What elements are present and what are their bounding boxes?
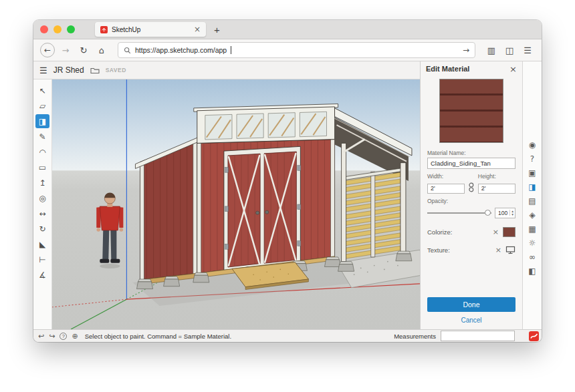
panel-toggle-shadows[interactable]: ☼ — [526, 237, 539, 248]
material-name-label: Material Name: — [427, 150, 515, 156]
browser-tab-bar: SketchUp × + — [33, 20, 542, 39]
forward-button[interactable]: → — [58, 43, 73, 57]
measurements-label: Measurements — [394, 333, 436, 340]
height-input[interactable] — [478, 184, 515, 194]
tool-scale[interactable]: ◣ — [35, 237, 49, 251]
opacity-slider-track — [427, 212, 491, 214]
window-controls — [40, 25, 75, 33]
panel-toggle-styles[interactable]: ▤ — [526, 195, 539, 206]
back-button[interactable]: ← — [40, 43, 55, 57]
tool-eraser[interactable]: ▱ — [35, 99, 49, 113]
material-texture-stripes — [440, 79, 503, 142]
tab-title: SketchUp — [112, 26, 140, 33]
menu-icon[interactable]: ☰ — [520, 43, 535, 57]
height-label: Height: — [478, 173, 515, 180]
url-text: https://app.sketchup.com/app — [135, 46, 227, 54]
tab-sketchup[interactable]: SketchUp × — [95, 22, 206, 37]
app-menu-icon[interactable]: ☰ — [39, 65, 47, 75]
sketchup-main: ☰ JR Shed SAVED ↖ ▱ ◨ ✎ ◠ ▭ ↥ ◎ — [33, 61, 420, 329]
opacity-stepper[interactable]: 100 ▴ ▾ — [495, 208, 515, 218]
tool-line[interactable]: ✎ — [35, 130, 49, 144]
reload-button[interactable]: ↻ — [76, 43, 91, 57]
lock-aspect-ratio-icon[interactable] — [468, 182, 475, 193]
help-icon[interactable]: ? — [60, 333, 67, 340]
go-arrow-icon[interactable]: → — [463, 45, 469, 55]
panel-toggle-entity-info[interactable]: ◉ — [526, 139, 539, 150]
tool-move[interactable]: ↔ — [35, 206, 49, 220]
panels-strip: ◉ ? ▣ ◨ ▤ ◈ ▦ ☼ ∞ ◧ — [522, 61, 542, 329]
width-input[interactable] — [427, 184, 465, 194]
panel-toggle-materials[interactable]: ◨ — [526, 181, 539, 192]
panel-toggle-instructor[interactable]: ? — [526, 153, 539, 164]
opacity-slider-knob[interactable] — [485, 210, 491, 216]
search-icon — [124, 47, 131, 54]
material-name-input[interactable] — [427, 158, 515, 169]
app-content: ☰ JR Shed SAVED ↖ ▱ ◨ ✎ ◠ ▭ ↥ ◎ — [33, 61, 542, 329]
folder-icon[interactable] — [90, 66, 100, 74]
library-icon[interactable]: ▥ — [484, 43, 499, 57]
geolocation-icon[interactable]: ⊕ — [72, 333, 78, 340]
zoom-window-button[interactable] — [67, 25, 75, 33]
panel-toggle-soften-edges[interactable]: ∞ — [526, 251, 539, 262]
colorize-swatch[interactable] — [503, 227, 515, 237]
opacity-slider[interactable] — [427, 210, 491, 216]
sketchup-favicon — [100, 26, 108, 33]
tool-palette: ↖ ▱ ◨ ✎ ◠ ▭ ↥ ◎ ↔ ↻ ◣ ⊢ ∡ — [33, 79, 52, 329]
model-title: JR Shed — [53, 65, 84, 75]
texture-display-icon[interactable] — [505, 246, 515, 254]
text-caret — [231, 46, 231, 54]
clear-texture-icon[interactable]: × — [495, 246, 501, 254]
texture-label: Texture: — [427, 246, 450, 254]
tool-paint-bucket[interactable]: ◨ — [35, 114, 49, 128]
model-viewport[interactable] — [52, 79, 420, 329]
browser-nav-bar: ← → ↻ ⌂ https://app.sketchup.com/app → ▥… — [33, 39, 542, 61]
tool-offset[interactable]: ◎ — [35, 191, 49, 205]
redo-icon[interactable]: ↪ — [49, 333, 55, 340]
done-button[interactable]: Done — [427, 297, 515, 312]
clear-colorize-icon[interactable]: × — [493, 228, 499, 236]
width-label: Width: — [427, 173, 465, 180]
material-preview[interactable] — [439, 79, 503, 143]
sketchup-logo — [529, 331, 539, 341]
tool-select[interactable]: ↖ — [35, 83, 49, 97]
app-top-bar: ☰ JR Shed SAVED — [33, 61, 420, 79]
cancel-button[interactable]: Cancel — [427, 317, 515, 324]
minimize-window-button[interactable] — [53, 25, 62, 33]
tool-arc[interactable]: ◠ — [35, 145, 49, 159]
panel-toggle-components[interactable]: ▣ — [526, 167, 539, 178]
undo-icon[interactable]: ↩ — [38, 333, 44, 340]
panel-title: Edit Material — [426, 65, 469, 73]
home-button[interactable]: ⌂ — [94, 43, 109, 57]
new-tab-button[interactable]: + — [214, 24, 220, 35]
tool-push-pull[interactable]: ↥ — [35, 176, 49, 190]
measurements-input[interactable] — [441, 331, 515, 341]
panel-toggle-display[interactable]: ◧ — [526, 265, 539, 276]
browser-window: SketchUp × + ← → ↻ ⌂ https://app.sketchu… — [33, 20, 542, 342]
close-tab-icon[interactable]: × — [194, 25, 201, 33]
sidebar-toggle-icon[interactable]: ◫ — [502, 43, 517, 57]
close-window-button[interactable] — [40, 25, 48, 33]
saved-status-badge: SAVED — [106, 67, 126, 73]
opacity-value: 100 — [495, 210, 509, 216]
tool-tape-measure[interactable]: ⊢ — [35, 252, 49, 266]
opacity-decrement-icon[interactable]: ▾ — [510, 213, 515, 216]
panel-toggle-tags[interactable]: ◈ — [526, 209, 539, 220]
tool-rotate[interactable]: ↻ — [35, 222, 49, 236]
tool-protractor[interactable]: ∡ — [35, 268, 49, 282]
edit-material-panel: Edit Material × Material Name: Width: — [420, 61, 522, 329]
status-bar: ↩ ↪ ? ⊕ Select object to paint. Command … — [33, 329, 542, 342]
colorize-label: Colorize: — [427, 228, 453, 236]
tool-shapes[interactable]: ▭ — [35, 160, 49, 174]
model-canvas — [52, 79, 420, 329]
close-panel-icon[interactable]: × — [509, 64, 517, 74]
status-hint: Select object to paint. Command = Sample… — [85, 333, 231, 340]
panel-toggle-scenes[interactable]: ▦ — [526, 223, 539, 234]
url-bar[interactable]: https://app.sketchup.com/app → — [118, 42, 475, 58]
opacity-label: Opacity: — [427, 198, 515, 204]
